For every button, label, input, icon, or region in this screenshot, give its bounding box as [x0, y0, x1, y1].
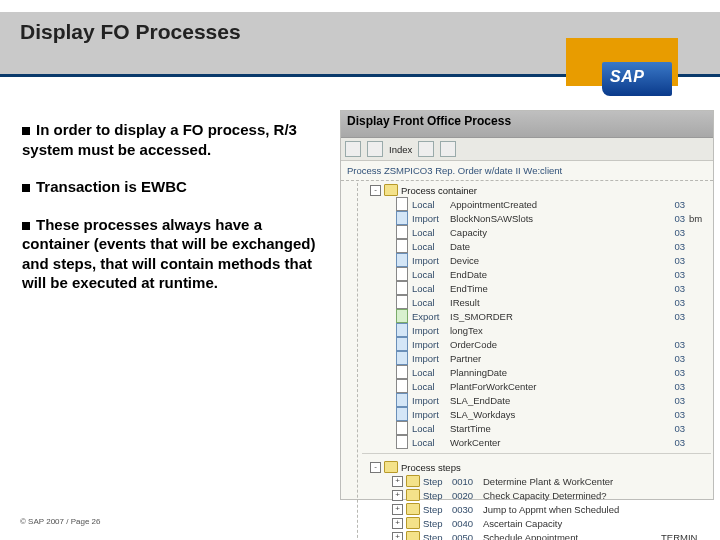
row-kind: Import: [412, 213, 450, 224]
step-label: Step: [423, 518, 449, 529]
container-row[interactable]: ExportIS_SMORDER03: [392, 309, 711, 323]
tree: - Process container LocalAppointmentCrea…: [357, 183, 711, 540]
row-code: 03: [665, 353, 685, 364]
row-code: 03: [665, 339, 685, 350]
bullet-item: These processes always have a container …: [22, 215, 332, 293]
step-row[interactable]: +Step0020Check Capacity Determined?: [362, 488, 711, 502]
toolbar-index-label[interactable]: Index: [389, 144, 412, 155]
bullet-text: Transaction is EWBC: [36, 178, 187, 195]
container-row[interactable]: LocalCapacity03: [392, 225, 711, 239]
toolbar-button[interactable]: [367, 141, 383, 157]
step-row[interactable]: +Step0030Jump to Appmt when Scheduled: [362, 502, 711, 516]
row-name: BlockNonSAWSlots: [450, 213, 665, 224]
step-number: 0050: [452, 532, 480, 541]
page-icon: [396, 407, 408, 421]
step-row[interactable]: +Step0010Determine Plant & WorkCenter: [362, 474, 711, 488]
container-row[interactable]: LocalEndDate03: [392, 267, 711, 281]
container-row[interactable]: LocalIResult03: [392, 295, 711, 309]
page-icon: [396, 281, 408, 295]
container-rows: LocalAppointmentCreated03ImportBlockNonS…: [392, 197, 711, 449]
row-code: 03: [665, 213, 685, 224]
bullet-text: These processes always have a container …: [22, 216, 315, 292]
step-label: Step: [423, 504, 449, 515]
row-code: 03: [665, 409, 685, 420]
container-row[interactable]: ImportSLA_Workdays03: [392, 407, 711, 421]
expand-icon[interactable]: +: [392, 518, 403, 529]
container-row[interactable]: ImportSLA_EndDate03: [392, 393, 711, 407]
container-row[interactable]: ImportDevice03: [392, 253, 711, 267]
row-code: 03: [665, 437, 685, 448]
container-row[interactable]: LocalStartTime03: [392, 421, 711, 435]
container-row[interactable]: LocalEndTime03: [392, 281, 711, 295]
bullet-text: In order to display a FO process, R/3 sy…: [22, 121, 297, 158]
row-code: 03: [665, 297, 685, 308]
step-desc: Schedule Appointment: [483, 532, 658, 541]
bullet-marker: [22, 222, 30, 230]
container-row[interactable]: ImportOrderCode03: [392, 337, 711, 351]
sap-window: Display Front Office Process Index Proce…: [340, 110, 714, 500]
page-icon: [396, 351, 408, 365]
page-icon: [396, 379, 408, 393]
row-kind: Export: [412, 311, 450, 322]
row-kind: Import: [412, 395, 450, 406]
row-code: 03: [665, 423, 685, 434]
bullet-item: In order to display a FO process, R/3 sy…: [22, 120, 332, 159]
container-row[interactable]: ImportBlockNonSAWSlots03bm: [392, 211, 711, 225]
page-icon: [396, 239, 408, 253]
expand-icon[interactable]: +: [392, 532, 403, 541]
collapse-icon[interactable]: -: [370, 462, 381, 473]
row-kind: Import: [412, 255, 450, 266]
sap-logo-text: SAP: [610, 68, 644, 86]
step-label: Step: [423, 476, 449, 487]
folder-icon: [406, 517, 420, 529]
row-name: Partner: [450, 353, 665, 364]
container-row[interactable]: ImportlongTex: [392, 323, 711, 337]
bullet-marker: [22, 184, 30, 192]
container-row[interactable]: LocalWorkCenter03: [392, 435, 711, 449]
step-desc: Ascertain Capacity: [483, 518, 658, 529]
step-number: 0030: [452, 504, 480, 515]
row-name: longTex: [450, 325, 665, 336]
collapse-icon[interactable]: -: [370, 185, 381, 196]
row-code: 03: [665, 255, 685, 266]
row-code: 03: [665, 269, 685, 280]
sap-window-title: Display Front Office Process: [341, 111, 713, 138]
tree-node-container[interactable]: - Process container: [362, 183, 711, 197]
step-label: Step: [423, 532, 449, 541]
step-row[interactable]: +Step0050Schedule AppointmentTERMIN: [362, 530, 711, 540]
row-code: 03: [665, 199, 685, 210]
container-row[interactable]: ImportPartner03: [392, 351, 711, 365]
slide-footer: © SAP 2007 / Page 26: [20, 517, 100, 526]
expand-icon[interactable]: +: [392, 476, 403, 487]
step-label: Step: [423, 490, 449, 501]
toolbar-button[interactable]: [345, 141, 361, 157]
container-row[interactable]: LocalAppointmentCreated03: [392, 197, 711, 211]
expand-icon[interactable]: +: [392, 504, 403, 515]
toolbar-button[interactable]: [418, 141, 434, 157]
page-icon: [396, 225, 408, 239]
process-header: Process ZSMPICO3 Rep. Order w/date II We…: [341, 161, 713, 181]
container-row[interactable]: LocalPlanningDate03: [392, 365, 711, 379]
folder-icon: [406, 475, 420, 487]
step-row[interactable]: +Step0040Ascertain Capacity: [362, 516, 711, 530]
toolbar-button[interactable]: [440, 141, 456, 157]
row-name: WorkCenter: [450, 437, 665, 448]
tree-node-steps[interactable]: - Process steps: [362, 460, 711, 474]
row-kind: Local: [412, 199, 450, 210]
expand-icon[interactable]: +: [392, 490, 403, 501]
page-icon: [396, 435, 408, 449]
step-number: 0040: [452, 518, 480, 529]
page-icon: [396, 197, 408, 211]
row-name: AppointmentCreated: [450, 199, 665, 210]
container-row[interactable]: LocalPlantForWorkCenter03: [392, 379, 711, 393]
row-code: 03: [665, 241, 685, 252]
row-kind: Local: [412, 227, 450, 238]
folder-icon: [384, 461, 398, 473]
container-row[interactable]: LocalDate03: [392, 239, 711, 253]
row-code: 03: [665, 381, 685, 392]
page-icon: [396, 295, 408, 309]
steps-label: Process steps: [401, 462, 461, 473]
row-code: 03: [665, 227, 685, 238]
step-extra: TERMIN: [661, 532, 711, 541]
row-kind: Local: [412, 381, 450, 392]
